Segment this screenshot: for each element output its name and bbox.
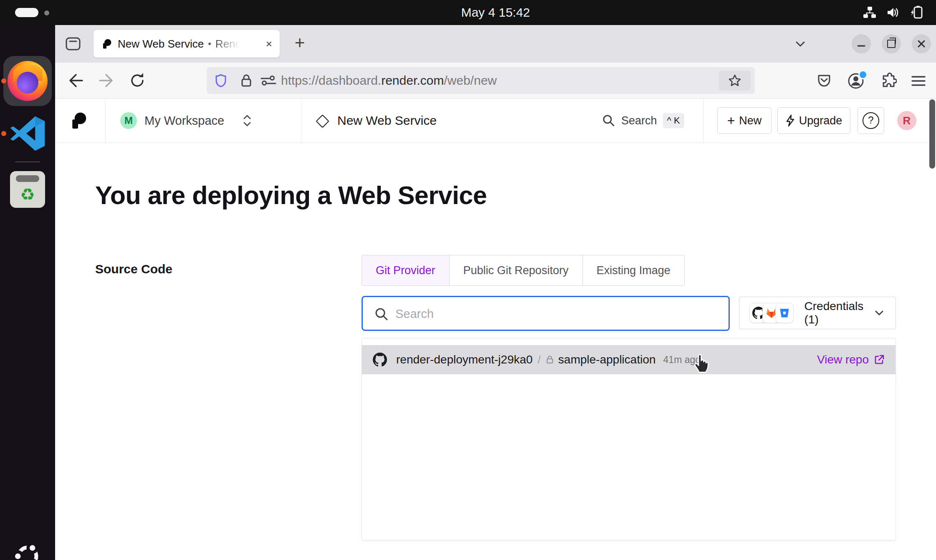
external-link-icon (874, 354, 885, 365)
lock-icon[interactable] (239, 73, 253, 88)
browser-nav-bar: https://dashboard.render.com/web/new (55, 63, 936, 98)
account-notification-dot (858, 70, 868, 79)
header-divider-2 (301, 98, 301, 143)
tab-public-git-repository[interactable]: Public Git Repository (449, 255, 582, 285)
tab-title-separator: • (208, 38, 211, 49)
firefox-globe (17, 72, 38, 93)
page-heading: You are deploying a Web Service (95, 181, 487, 210)
vscode-icon (8, 114, 48, 154)
tracking-shield-icon[interactable] (213, 73, 228, 88)
browser-tab[interactable]: New Web Service • Render × (94, 30, 280, 58)
new-tab-button[interactable]: + (289, 32, 311, 55)
window-close-button[interactable] (912, 34, 931, 53)
dock-item-show-apps[interactable] (13, 541, 43, 560)
firefox-running-dot (1, 78, 6, 83)
dock: ♻ (0, 25, 55, 560)
search-icon (602, 114, 615, 127)
chevron-down-icon (873, 307, 885, 319)
window-restore-button[interactable] (882, 34, 901, 53)
account-icon[interactable] (847, 72, 866, 91)
workspace-selector[interactable]: M My Workspace (114, 98, 297, 143)
workspace-dot (44, 10, 49, 15)
permissions-sliders-icon[interactable] (259, 73, 278, 88)
repo-name: sample-application (558, 353, 655, 366)
view-repo-label: View repo (817, 353, 869, 366)
tab-existing-image[interactable]: Existing Image (582, 255, 684, 285)
app-header: M My Workspace New Web Service Search ^ … (55, 98, 936, 143)
tab-close-icon[interactable]: × (266, 38, 272, 50)
bookmark-star-button[interactable] (719, 71, 751, 91)
search-icon (374, 307, 389, 321)
url-prefix: https://dashboard. (281, 73, 381, 87)
volume-icon (886, 5, 900, 20)
extensions-puzzle-icon[interactable] (880, 73, 899, 92)
user-avatar[interactable]: R (897, 111, 916, 130)
plus-icon: + (727, 113, 735, 129)
tab-git-provider[interactable]: Git Provider (362, 255, 449, 285)
tab-favicon-render-icon (101, 38, 112, 49)
restore-glyph (887, 40, 896, 48)
repo-list-panel: render-deployment-j29ka0 / sample-applic… (362, 338, 896, 540)
page-scrollbar-thumb[interactable] (929, 99, 935, 169)
global-search-button[interactable]: Search ^ K (602, 98, 684, 143)
network-icon (863, 5, 877, 20)
page-title: New Web Service (337, 98, 437, 143)
pocket-icon[interactable] (816, 73, 835, 92)
repo-search-input[interactable] (395, 299, 722, 329)
url-domain: render.com (381, 73, 444, 87)
question-icon: ? (863, 112, 879, 129)
upgrade-button[interactable]: Upgrade (777, 107, 850, 134)
back-button[interactable] (66, 71, 85, 90)
help-button[interactable]: ? (858, 107, 884, 134)
upgrade-button-label: Upgrade (799, 114, 842, 127)
workspace-chevron-updown-icon (241, 114, 253, 128)
recycle-icon: ♻ (10, 184, 45, 205)
trash-lid (16, 175, 39, 182)
hamburger-menu-icon[interactable] (910, 73, 929, 93)
new-button[interactable]: + New (717, 107, 772, 134)
new-button-label: New (739, 114, 761, 127)
source-code-label: Source Code (95, 262, 172, 276)
reload-button[interactable] (128, 71, 147, 90)
search-label: Search (621, 114, 657, 127)
repo-search-box (362, 296, 730, 331)
header-divider-1 (105, 98, 106, 143)
github-icon (373, 353, 387, 367)
forward-button[interactable] (97, 71, 116, 90)
service-diamond-icon (316, 114, 329, 128)
view-repo-link[interactable]: View repo (817, 353, 885, 366)
firefox-view-button[interactable] (63, 34, 83, 53)
dock-item-vscode[interactable] (8, 114, 48, 154)
repo-owner: render-deployment-j29ka0 (396, 353, 533, 366)
credentials-label: Credentials (1) (804, 300, 873, 326)
ubuntu-logo-icon (13, 541, 43, 560)
url-bar[interactable]: https://dashboard.render.com/web/new (207, 67, 755, 94)
workspace-avatar: M (120, 112, 137, 129)
repo-separator: / (538, 353, 541, 366)
dock-separator (15, 161, 40, 162)
lightning-icon (786, 114, 795, 127)
system-top-bar: May 4 15:42 (0, 0, 936, 25)
url-text[interactable]: https://dashboard.render.com/web/new (281, 67, 497, 94)
browser-tab-bar: New Web Service • Render × + (55, 25, 936, 63)
vscode-running-dot (1, 131, 6, 136)
repo-row[interactable]: render-deployment-j29ka0 / sample-applic… (362, 345, 896, 374)
activities-pill[interactable] (15, 8, 38, 17)
workspace-name: My Workspace (144, 98, 224, 143)
bitbucket-icon (775, 303, 793, 323)
system-clock[interactable]: May 4 15:42 (55, 0, 936, 25)
tab-title-suffix: Render (215, 38, 243, 50)
tab-list-chevron-icon[interactable] (793, 37, 807, 51)
dock-item-trash[interactable]: ♻ (10, 171, 45, 208)
system-tray[interactable] (863, 5, 925, 20)
render-logo-icon[interactable] (69, 111, 87, 130)
screen: May 4 15:42 (0, 0, 936, 560)
window-minimize-button[interactable] (852, 34, 871, 53)
search-shortcut-badge: ^ K (663, 113, 684, 128)
dock-item-firefox[interactable] (3, 56, 52, 106)
credentials-dropdown[interactable]: Credentials (1) (739, 297, 896, 329)
main-content: You are deploying a Web Service Source C… (55, 143, 936, 560)
battery-charging-icon (909, 5, 925, 20)
source-tabs: Git Provider Public Git Repository Exist… (362, 255, 685, 286)
mouse-cursor-pointer (692, 352, 713, 374)
